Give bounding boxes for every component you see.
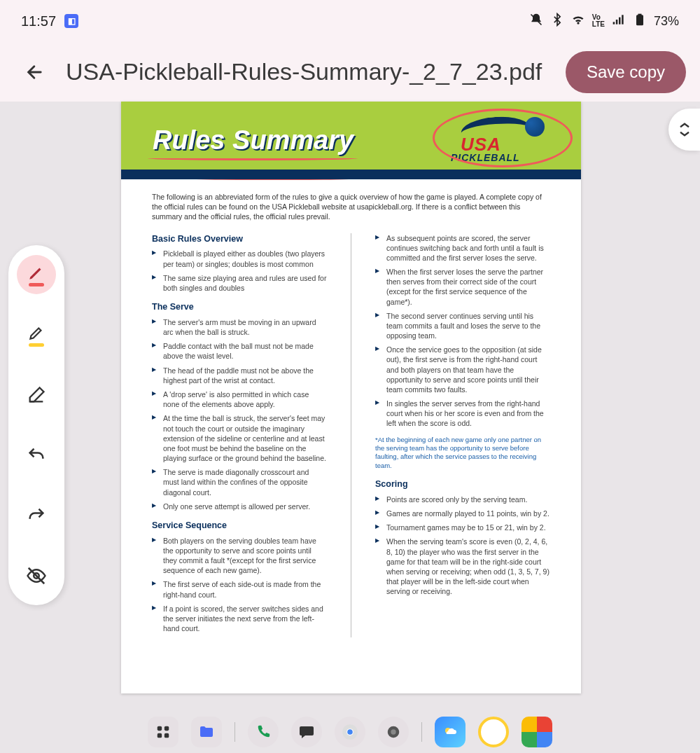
list-item: The second server continues serving unti… (375, 311, 550, 341)
list-item: As subsequent points are scored, the ser… (375, 233, 550, 263)
list-item: When the serving team's score is even (0… (375, 537, 550, 596)
save-copy-button[interactable]: Save copy (566, 51, 686, 93)
list-item: The same size playing area and rules are… (152, 273, 327, 293)
page-nav-widget[interactable] (668, 109, 700, 151)
list-item: Paddle contact with the ball must not be… (152, 341, 327, 361)
section-title: Scoring (375, 478, 550, 490)
annotation-circle (433, 109, 573, 167)
dock-photos-icon[interactable] (522, 717, 552, 747)
annotation-underline (148, 156, 358, 160)
dock-app-icon[interactable] (478, 717, 509, 747)
section-title: Basic Rules Overview (152, 233, 327, 245)
svg-rect-12 (164, 733, 169, 738)
list-item: A 'drop serve' is also permitted in whic… (152, 389, 327, 409)
highlighter-tool[interactable] (17, 315, 56, 354)
silent-icon (529, 13, 543, 30)
battery-percent: 73% (654, 14, 679, 29)
list-item: The head of the paddle must not be above… (152, 366, 327, 385)
redo-button[interactable] (17, 496, 56, 535)
pen-tool[interactable] (17, 255, 56, 294)
dock-phone-icon[interactable] (248, 717, 279, 747)
main-content: Rules Summary USA PICKLEBALL The followi… (0, 102, 700, 711)
doc-right-column: As subsequent points are scored, the ser… (375, 233, 550, 638)
svg-rect-10 (164, 726, 169, 731)
svg-rect-5 (636, 15, 643, 25)
annotation-toolbar (8, 245, 64, 605)
doc-body: The following is an abbreviated form of … (121, 179, 581, 651)
list-item: Once the service goes to the opposition … (375, 345, 550, 394)
svg-point-17 (391, 729, 396, 734)
list-item: If a point is scored, the server switche… (152, 604, 327, 634)
doc-intro: The following is an abbreviated form of … (152, 192, 550, 222)
system-dock (0, 711, 700, 753)
svg-rect-6 (638, 13, 641, 15)
bluetooth-icon (550, 13, 564, 30)
list-item: Tournament games may be to 15 or 21, win… (375, 523, 550, 532)
list-item: When the first server loses the serve th… (375, 267, 550, 307)
dock-files-icon[interactable] (191, 717, 222, 747)
visibility-toggle[interactable] (17, 556, 56, 595)
list-item: Pickleball is played either as doubles (… (152, 249, 327, 268)
back-button[interactable] (21, 58, 49, 86)
svg-rect-11 (158, 733, 162, 738)
list-item: At the time the ball is struck, the serv… (152, 413, 327, 463)
list-item: The server's arm must be moving in an up… (152, 317, 327, 337)
svg-rect-9 (158, 726, 162, 731)
doc-header: Rules Summary USA PICKLEBALL (121, 102, 581, 179)
pdf-page[interactable]: Rules Summary USA PICKLEBALL The followi… (121, 102, 581, 693)
doc-title: Rules Summary (153, 125, 354, 156)
list-item: Only one serve attempt is allowed per se… (152, 502, 327, 511)
dock-weather-icon[interactable] (435, 717, 465, 747)
section-title: The Serve (152, 301, 327, 313)
status-right: VoLTE 73% (529, 13, 679, 30)
dock-apps-icon[interactable] (148, 717, 178, 747)
document-filename: USA-Pickleball-Rules-Summary-_2_7_23.pdf (66, 58, 549, 85)
app-header: USA-Pickleball-Rules-Summary-_2_7_23.pdf… (0, 42, 700, 102)
status-bar: 11:57 ◧ VoLTE 73% (0, 0, 700, 42)
list-item: In singles the server serves from the ri… (375, 399, 550, 429)
list-item: The first serve of each side-out is made… (152, 579, 327, 599)
svg-rect-4 (622, 15, 624, 24)
list-item: The serve is made diagonally crosscourt … (152, 467, 327, 497)
wifi-icon (571, 13, 585, 30)
signal-icon (612, 13, 626, 30)
volte-icon: VoLTE (592, 14, 605, 28)
dock-camera-icon[interactable] (378, 717, 409, 747)
dock-chrome-icon[interactable] (335, 717, 365, 747)
footnote: *At the beginning of each new game only … (375, 436, 550, 470)
app-indicator-icon: ◧ (64, 14, 78, 28)
eraser-tool[interactable] (17, 375, 56, 415)
svg-rect-2 (616, 20, 618, 25)
svg-rect-1 (613, 22, 615, 24)
section-title: Service Sequence (152, 520, 327, 532)
status-time: 11:57 (21, 13, 56, 29)
doc-left-column: Basic Rules OverviewPickleball is played… (152, 233, 327, 638)
undo-button[interactable] (17, 436, 56, 475)
list-item: Games are normally played to 11 points, … (375, 509, 550, 518)
list-item: Points are scored only by the serving te… (375, 495, 550, 504)
list-item: Both players on the serving doubles team… (152, 536, 327, 576)
svg-rect-3 (619, 17, 621, 24)
battery-icon (633, 13, 647, 30)
dock-messages-icon[interactable] (291, 717, 322, 747)
